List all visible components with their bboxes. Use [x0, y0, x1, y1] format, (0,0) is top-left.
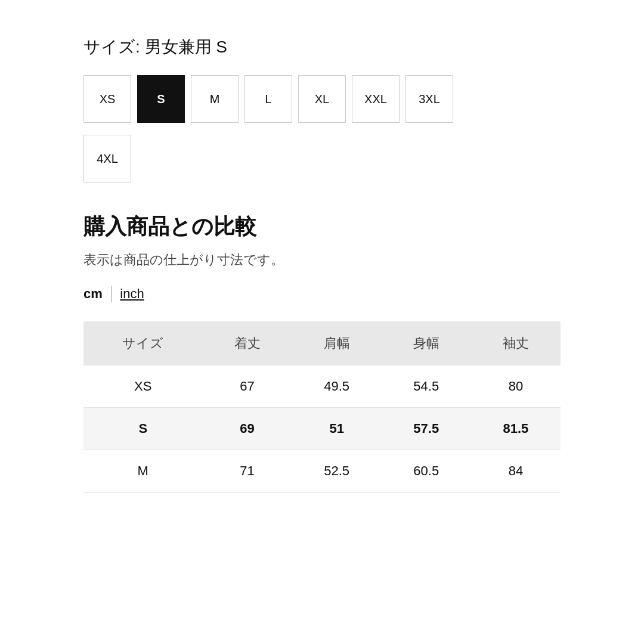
table-cell-value: 60.5: [382, 450, 471, 493]
table-cell-value: 49.5: [292, 366, 382, 408]
table-header-col-3: 身幅: [382, 321, 471, 366]
unit-toggle: cm inch: [83, 286, 561, 302]
table-header-col-0: サイズ: [83, 321, 203, 366]
unit-divider: [111, 286, 112, 302]
table-cell-value: 54.5: [382, 366, 471, 408]
size-label: サイズ: 男女兼用 S: [83, 36, 561, 58]
unit-cm-label[interactable]: cm: [83, 286, 103, 302]
size-button-l[interactable]: L: [244, 75, 292, 123]
comparison-subtitle: 表示は商品の仕上がり寸法です。: [83, 251, 561, 269]
table-cell-value: 69: [203, 408, 292, 450]
size-button-xl[interactable]: XL: [298, 75, 346, 123]
size-button-s[interactable]: S: [137, 75, 185, 123]
size-button-4xl[interactable]: 4XL: [83, 135, 131, 182]
size-button-xxl[interactable]: XXL: [352, 75, 400, 123]
table-body: XS6749.554.580S695157.581.5M7152.560.584: [83, 366, 561, 493]
table-cell-value: 81.5: [471, 408, 561, 450]
unit-inch-label[interactable]: inch: [120, 286, 144, 302]
table-cell-value: 71: [203, 450, 292, 493]
table-row: M7152.560.584: [83, 450, 561, 493]
table-cell-value: 51: [292, 408, 382, 450]
table-header-col-2: 肩幅: [292, 321, 382, 366]
table-row: S695157.581.5: [83, 408, 561, 450]
table-cell-size: XS: [83, 366, 203, 408]
table-cell-value: 80: [471, 366, 561, 408]
table-cell-value: 57.5: [382, 408, 471, 450]
table-row: XS6749.554.580: [83, 366, 561, 408]
table-cell-value: 52.5: [292, 450, 382, 493]
size-table: サイズ着丈肩幅身幅袖丈 XS6749.554.580S695157.581.5M…: [83, 321, 561, 493]
size-button-xs[interactable]: XS: [83, 75, 131, 123]
table-cell-size: M: [83, 450, 203, 493]
size-buttons-row2: 4XL: [83, 135, 561, 182]
table-cell-value: 67: [203, 366, 292, 408]
table-header-col-1: 着丈: [203, 321, 292, 366]
table-header: サイズ着丈肩幅身幅袖丈: [83, 321, 561, 366]
table-cell-value: 84: [471, 450, 561, 493]
table-header-row: サイズ着丈肩幅身幅袖丈: [83, 321, 561, 366]
table-cell-size: S: [83, 408, 203, 450]
size-button-3xl[interactable]: 3XL: [405, 75, 453, 123]
comparison-title: 購入商品との比較: [83, 212, 561, 242]
table-header-col-4: 袖丈: [471, 321, 561, 366]
size-buttons-row1: XSSMLXLXXL3XL: [83, 75, 561, 123]
size-button-m[interactable]: M: [191, 75, 239, 123]
